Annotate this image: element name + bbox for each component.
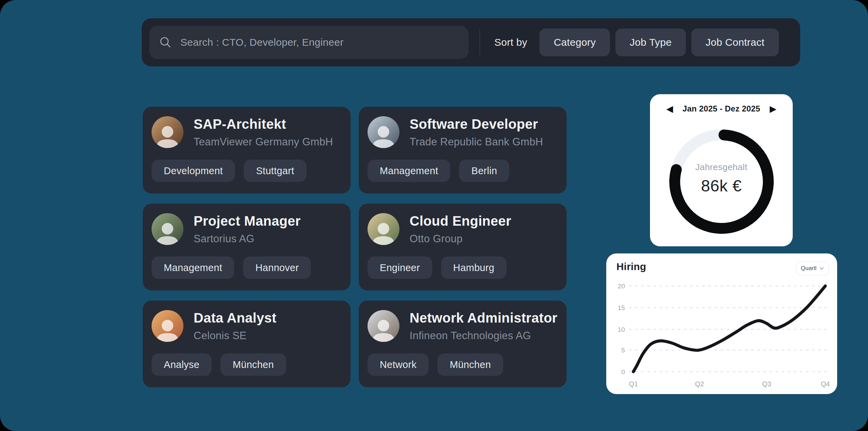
x-tick: Q4: [821, 380, 830, 388]
y-tick: 5: [621, 347, 625, 354]
avatar: [368, 310, 399, 342]
y-tick: 20: [618, 283, 625, 290]
filter-buttons: Category Job Type Job Contract: [539, 28, 778, 56]
search-toolbar: Sort by Category Job Type Job Contract: [142, 18, 800, 66]
filter-job-type-button[interactable]: Job Type: [615, 28, 686, 56]
job-title: Data Analyst: [194, 310, 276, 326]
avatar: [152, 310, 183, 342]
job-title: Project Manager: [194, 213, 301, 229]
chart-gridlines: [629, 286, 829, 372]
y-tick: 10: [618, 326, 625, 333]
hiring-widget: Hiring Quartl 20 15 10 5 0 Q1 Q2: [606, 253, 837, 394]
x-tick: Q1: [629, 380, 638, 388]
person-icon: [152, 320, 183, 342]
y-axis-labels: 20 15 10 5 0: [618, 283, 625, 375]
job-title: Cloud Engineer: [410, 213, 511, 229]
job-title: SAP-Architekt: [194, 117, 333, 132]
salary-center-text: Jahresgehalt 86k €: [650, 162, 793, 195]
job-card[interactable]: Software Developer Trade Republic Bank G…: [359, 107, 567, 193]
job-cards-grid: SAP-Architekt TeamViewer Germany GmbH De…: [143, 107, 567, 387]
x-axis-labels: Q1 Q2 Q3 Q4: [629, 380, 830, 388]
job-card[interactable]: SAP-Architekt TeamViewer Germany GmbH De…: [143, 107, 351, 193]
y-tick: 15: [618, 304, 625, 311]
x-tick: Q3: [762, 380, 771, 388]
x-tick: Q2: [695, 380, 704, 388]
job-tag[interactable]: Berlin: [459, 160, 509, 182]
job-tag[interactable]: Network: [368, 353, 429, 376]
hiring-line: [633, 286, 825, 372]
job-title: Software Developer: [410, 117, 543, 132]
avatar: [368, 116, 399, 148]
job-company: Celonis SE: [194, 330, 276, 342]
salary-label: Jahresgehalt: [650, 162, 793, 172]
app-background: Sort by Category Job Type Job Contract S…: [0, 0, 868, 431]
job-card[interactable]: Cloud Engineer Otto Group Engineer Hambu…: [359, 204, 567, 290]
salary-value: 86k €: [650, 177, 793, 195]
job-tag[interactable]: München: [437, 353, 503, 376]
job-title: Network Administrator: [410, 310, 557, 326]
filter-category-button[interactable]: Category: [539, 28, 610, 56]
job-card[interactable]: Network Administrator Infineon Technolog…: [359, 301, 567, 387]
search-input[interactable]: [180, 36, 458, 48]
person-icon: [368, 126, 399, 148]
job-tag[interactable]: Development: [152, 160, 235, 182]
avatar: [152, 213, 183, 245]
sort-by-label: Sort by: [494, 37, 527, 48]
job-tag[interactable]: Management: [368, 160, 450, 182]
job-tag[interactable]: Analyse: [152, 353, 212, 376]
job-card[interactable]: Project Manager Sartorius AG Management …: [143, 204, 351, 290]
person-icon: [368, 320, 399, 342]
job-tag[interactable]: Management: [152, 256, 234, 279]
job-card[interactable]: Data Analyst Celonis SE Analyse München: [143, 301, 351, 387]
job-tag[interactable]: Stuttgart: [244, 160, 306, 182]
job-company: Sartorius AG: [194, 233, 301, 245]
job-tag[interactable]: Hamburg: [441, 256, 507, 279]
job-company: TeamViewer Germany GmbH: [194, 136, 333, 148]
avatar: [368, 213, 399, 245]
job-tag[interactable]: München: [220, 353, 286, 376]
job-company: Otto Group: [410, 233, 511, 245]
search-box[interactable]: [149, 26, 469, 59]
person-icon: [152, 223, 183, 245]
person-icon: [368, 223, 399, 245]
y-tick: 0: [621, 368, 625, 375]
person-icon: [152, 126, 183, 148]
filter-job-contract-button[interactable]: Job Contract: [691, 28, 779, 56]
salary-widget: ◀ Jan 2025 - Dez 2025 ▶ Jahresgehalt 86k…: [650, 94, 793, 246]
job-company: Infineon Technologies AG: [410, 330, 557, 342]
hiring-line-chart: 20 15 10 5 0 Q1 Q2 Q3 Q4: [606, 253, 837, 394]
avatar: [152, 116, 183, 148]
toolbar-divider: [479, 29, 480, 55]
job-company: Trade Republic Bank GmbH: [410, 136, 543, 148]
job-tag[interactable]: Engineer: [368, 256, 432, 279]
job-tag[interactable]: Hannover: [243, 256, 311, 279]
search-icon: [159, 36, 172, 48]
